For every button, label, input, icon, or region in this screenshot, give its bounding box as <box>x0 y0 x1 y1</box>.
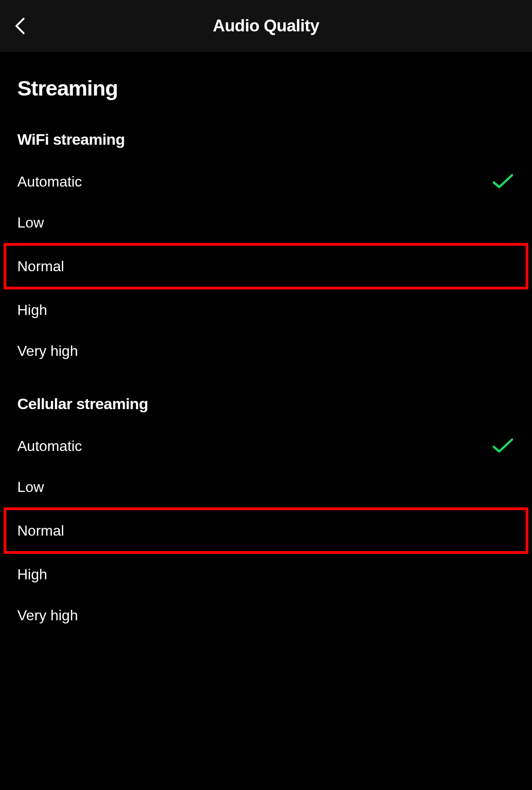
option-label: Low <box>17 214 44 231</box>
option-label: Normal <box>17 522 64 539</box>
highlight-box-cellular-normal: Normal <box>4 507 528 554</box>
wifi-streaming-title: WiFi streaming <box>17 131 515 148</box>
wifi-option-low[interactable]: Low <box>17 202 515 243</box>
option-label: High <box>17 302 47 319</box>
option-label: Automatic <box>17 173 82 190</box>
option-label: High <box>17 566 47 583</box>
cellular-option-very-high[interactable]: Very high <box>17 595 515 636</box>
wifi-option-high[interactable]: High <box>17 289 515 330</box>
option-label: Normal <box>17 258 64 275</box>
option-label: Very high <box>17 607 78 624</box>
wifi-option-automatic[interactable]: Automatic <box>17 161 515 202</box>
option-label: Very high <box>17 343 78 360</box>
content-area: Streaming WiFi streaming Automatic Low N… <box>0 76 532 636</box>
cellular-streaming-title: Cellular streaming <box>17 395 515 413</box>
wifi-option-normal[interactable]: Normal <box>17 246 515 287</box>
cellular-option-automatic[interactable]: Automatic <box>17 425 515 466</box>
check-icon <box>492 438 514 454</box>
option-label: Low <box>17 479 44 496</box>
cellular-option-high[interactable]: High <box>17 554 515 595</box>
cellular-option-low[interactable]: Low <box>17 466 515 507</box>
wifi-option-very-high[interactable]: Very high <box>17 330 515 371</box>
header-bar: Audio Quality <box>0 0 532 52</box>
cellular-option-normal[interactable]: Normal <box>17 510 515 551</box>
section-title-streaming: Streaming <box>17 76 515 101</box>
check-icon <box>492 173 514 190</box>
highlight-box-wifi-normal: Normal <box>4 243 528 289</box>
back-icon[interactable] <box>14 17 27 35</box>
option-label: Automatic <box>17 438 82 455</box>
page-title: Audio Quality <box>0 16 532 35</box>
